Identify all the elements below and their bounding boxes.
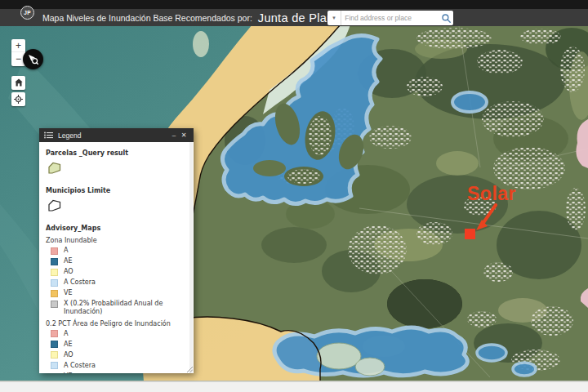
- parcelas-swatch: [47, 162, 187, 177]
- search-icon: [442, 14, 451, 23]
- search-widget: ▼: [327, 11, 453, 25]
- legend-close-button[interactable]: ✕: [179, 128, 189, 142]
- legend-item: AO: [51, 351, 187, 359]
- legend-layer-heading: Parcelas _Query result: [46, 149, 187, 157]
- legend-group-label: 0.2 PCT Área de Peligro de Inundación: [46, 320, 187, 327]
- legend-panel: Legend – ✕ Parcelas _Query result Munici…: [39, 128, 194, 373]
- query-tool-button[interactable]: [23, 49, 43, 69]
- my-location-button[interactable]: [11, 92, 25, 106]
- page-bottom-margin: [0, 381, 588, 392]
- legend-layer-heading: Municipios Limite: [46, 187, 187, 194]
- search-input[interactable]: [341, 11, 439, 25]
- app-title-bar: JP Mapa Niveles de Inundación Base Recom…: [0, 9, 588, 26]
- color-swatch: [51, 341, 58, 348]
- legend-body: Parcelas _Query result Municipios Limite…: [39, 142, 194, 373]
- legend-item-label: AE: [64, 341, 73, 349]
- crosshair-location-icon: [14, 95, 23, 104]
- legend-item: X (0.2% Probabilidad Anual de Inundación…: [51, 300, 187, 315]
- legend-title: Legend: [58, 131, 169, 140]
- flood-map-application: JP Mapa Niveles de Inundación Base Recom…: [0, 0, 588, 392]
- legend-item: VE: [51, 372, 187, 373]
- solar-annotation-label: Solar: [467, 183, 516, 205]
- search-source-dropdown[interactable]: ▼: [327, 11, 341, 25]
- legend-item: A: [51, 330, 187, 338]
- legend-resize-handle[interactable]: [185, 365, 193, 372]
- jp-logo: JP: [20, 6, 34, 20]
- legend-item-label: AE: [64, 257, 73, 265]
- legend-item-label: A Costera: [64, 362, 96, 370]
- color-swatch: [51, 290, 58, 297]
- zoom-in-button[interactable]: +: [11, 39, 25, 52]
- color-swatch: [51, 301, 58, 308]
- legend-item-label: A Costera: [64, 278, 96, 287]
- legend-item: AO: [51, 268, 187, 276]
- legend-scrollbar[interactable]: [189, 142, 193, 373]
- home-icon: [15, 78, 23, 87]
- color-swatch: [51, 362, 58, 369]
- legend-item-label: VE: [64, 372, 73, 373]
- browser-top-strip: [0, 0, 588, 9]
- cursor-magnifier-icon: [28, 54, 38, 65]
- color-swatch: [51, 351, 58, 359]
- legend-item-label: VE: [64, 289, 73, 297]
- legend-item: VE: [51, 289, 187, 297]
- legend-item-label: AO: [64, 268, 74, 276]
- title-prefix: Mapa Niveles de Inundación Base Recomend…: [42, 13, 252, 23]
- municipios-swatch: [47, 199, 187, 215]
- legend-item: A Costera: [51, 362, 187, 370]
- legend-item: AE: [51, 341, 187, 349]
- color-swatch: [51, 279, 58, 287]
- solar-parcel-marker: [465, 229, 475, 239]
- legend-item-label: A: [64, 330, 68, 338]
- legend-header[interactable]: Legend – ✕: [39, 128, 194, 142]
- legend-item: A: [51, 247, 187, 255]
- legend-group-label: Zona Inundable: [46, 237, 187, 244]
- legend-item-label: A: [64, 247, 68, 255]
- color-swatch: [51, 269, 58, 276]
- color-swatch: [51, 330, 58, 337]
- legend-layer-heading: Advisory_Maps: [46, 225, 187, 232]
- legend-item-label: AO: [64, 351, 74, 359]
- legend-list-icon: [44, 131, 53, 139]
- legend-item: A Costera: [51, 278, 187, 287]
- color-swatch: [51, 247, 58, 255]
- color-swatch: [51, 258, 58, 265]
- home-extent-button[interactable]: [11, 76, 25, 90]
- legend-item: AE: [51, 257, 187, 265]
- legend-minimize-button[interactable]: –: [169, 128, 179, 142]
- solar-annotation-arrow: [474, 203, 499, 231]
- search-button[interactable]: [439, 11, 453, 25]
- legend-item-label: X (0.2% Probabilidad Anual de Inundación…: [64, 300, 176, 315]
